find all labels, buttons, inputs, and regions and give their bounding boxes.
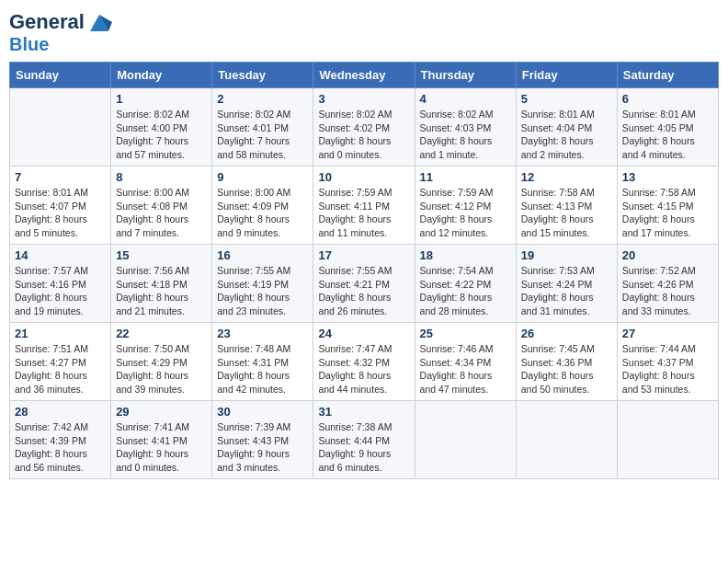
logo-text: General [9, 12, 85, 32]
header-cell-monday: Monday [111, 63, 212, 88]
calendar-table: SundayMondayTuesdayWednesdayThursdayFrid… [9, 62, 719, 479]
calendar-cell: 12Sunrise: 7:58 AMSunset: 4:13 PMDayligh… [516, 167, 617, 245]
day-number: 13 [622, 170, 713, 184]
day-number: 18 [420, 248, 511, 262]
calendar-cell [516, 401, 617, 479]
calendar-cell: 11Sunrise: 7:59 AMSunset: 4:12 PMDayligh… [415, 167, 516, 245]
day-number: 22 [116, 327, 207, 340]
calendar-cell: 25Sunrise: 7:46 AMSunset: 4:34 PMDayligh… [415, 323, 516, 401]
calendar-cell: 31Sunrise: 7:38 AMSunset: 4:44 PMDayligh… [313, 401, 415, 479]
day-info: Sunrise: 7:56 AMSunset: 4:18 PMDaylight:… [116, 264, 207, 318]
day-info: Sunrise: 7:38 AMSunset: 4:44 PMDaylight:… [318, 420, 409, 475]
day-number: 5 [521, 92, 612, 106]
calendar-cell: 22Sunrise: 7:50 AMSunset: 4:29 PMDayligh… [111, 323, 212, 401]
day-number: 26 [521, 327, 612, 340]
day-number: 15 [116, 248, 207, 262]
day-info: Sunrise: 7:55 AMSunset: 4:19 PMDaylight:… [217, 264, 308, 318]
logo-blue-text: Blue [9, 34, 49, 54]
calendar-cell: 4Sunrise: 8:02 AMSunset: 4:03 PMDaylight… [415, 88, 516, 167]
header-cell-friday: Friday [516, 63, 617, 88]
day-info: Sunrise: 8:01 AMSunset: 4:05 PMDaylight:… [622, 108, 713, 162]
day-info: Sunrise: 7:47 AMSunset: 4:32 PMDaylight:… [318, 342, 409, 396]
calendar-cell: 18Sunrise: 7:54 AMSunset: 4:22 PMDayligh… [415, 245, 516, 323]
header-cell-saturday: Saturday [617, 63, 718, 88]
day-number: 30 [217, 405, 308, 419]
calendar-cell: 8Sunrise: 8:00 AMSunset: 4:08 PMDaylight… [111, 167, 212, 245]
calendar-cell: 2Sunrise: 8:02 AMSunset: 4:01 PMDaylight… [212, 88, 313, 167]
day-info: Sunrise: 8:01 AMSunset: 4:04 PMDaylight:… [521, 108, 612, 162]
day-number: 6 [622, 92, 713, 106]
day-number: 23 [217, 327, 308, 340]
day-info: Sunrise: 8:02 AMSunset: 4:01 PMDaylight:… [217, 108, 308, 162]
day-number: 24 [318, 327, 409, 340]
day-info: Sunrise: 7:39 AMSunset: 4:43 PMDaylight:… [217, 420, 308, 475]
calendar-cell: 29Sunrise: 7:41 AMSunset: 4:41 PMDayligh… [111, 401, 212, 479]
day-number: 11 [420, 170, 511, 184]
day-info: Sunrise: 7:59 AMSunset: 4:12 PMDaylight:… [420, 186, 511, 240]
header-cell-thursday: Thursday [415, 63, 516, 88]
day-number: 8 [116, 170, 207, 184]
day-info: Sunrise: 8:00 AMSunset: 4:09 PMDaylight:… [217, 186, 308, 240]
calendar-cell: 30Sunrise: 7:39 AMSunset: 4:43 PMDayligh… [212, 401, 313, 479]
calendar-cell: 23Sunrise: 7:48 AMSunset: 4:31 PMDayligh… [212, 323, 313, 401]
day-info: Sunrise: 7:52 AMSunset: 4:26 PMDaylight:… [622, 264, 713, 318]
day-info: Sunrise: 7:55 AMSunset: 4:21 PMDaylight:… [318, 264, 409, 318]
day-number: 1 [116, 92, 207, 106]
calendar-cell: 3Sunrise: 8:02 AMSunset: 4:02 PMDaylight… [313, 88, 415, 167]
day-info: Sunrise: 7:42 AMSunset: 4:39 PMDaylight:… [15, 420, 106, 475]
calendar-cell: 19Sunrise: 7:53 AMSunset: 4:24 PMDayligh… [516, 245, 617, 323]
day-info: Sunrise: 7:44 AMSunset: 4:37 PMDaylight:… [622, 342, 713, 396]
header-row: SundayMondayTuesdayWednesdayThursdayFrid… [10, 63, 719, 88]
day-number: 29 [116, 405, 207, 419]
day-info: Sunrise: 8:02 AMSunset: 4:00 PMDaylight:… [116, 108, 207, 162]
day-number: 14 [15, 248, 106, 262]
calendar-cell: 13Sunrise: 7:58 AMSunset: 4:15 PMDayligh… [617, 167, 718, 245]
logo: General Blue [9, 9, 112, 54]
calendar-cell: 1Sunrise: 8:02 AMSunset: 4:00 PMDaylight… [111, 88, 212, 167]
calendar-cell: 28Sunrise: 7:42 AMSunset: 4:39 PMDayligh… [10, 401, 111, 479]
day-number: 25 [420, 327, 511, 340]
day-info: Sunrise: 7:51 AMSunset: 4:27 PMDaylight:… [15, 342, 106, 396]
day-info: Sunrise: 7:53 AMSunset: 4:24 PMDaylight:… [521, 264, 612, 318]
calendar-cell [617, 401, 718, 479]
calendar-cell: 5Sunrise: 8:01 AMSunset: 4:04 PMDaylight… [516, 88, 617, 167]
calendar-cell: 7Sunrise: 8:01 AMSunset: 4:07 PMDaylight… [10, 167, 111, 245]
day-number: 28 [15, 405, 106, 419]
calendar-cell: 6Sunrise: 8:01 AMSunset: 4:05 PMDaylight… [617, 88, 718, 167]
day-number: 20 [622, 248, 713, 262]
day-number: 19 [521, 248, 612, 262]
day-number: 2 [217, 92, 308, 106]
calendar-cell: 10Sunrise: 7:59 AMSunset: 4:11 PMDayligh… [313, 167, 415, 245]
page-header: General Blue [9, 9, 719, 54]
calendar-cell: 20Sunrise: 7:52 AMSunset: 4:26 PMDayligh… [617, 245, 718, 323]
day-number: 12 [521, 170, 612, 184]
calendar-week-row: 21Sunrise: 7:51 AMSunset: 4:27 PMDayligh… [10, 323, 719, 401]
calendar-cell [10, 88, 111, 167]
day-number: 31 [318, 405, 409, 419]
day-number: 17 [318, 248, 409, 262]
day-info: Sunrise: 7:50 AMSunset: 4:29 PMDaylight:… [116, 342, 207, 396]
calendar-week-row: 7Sunrise: 8:01 AMSunset: 4:07 PMDaylight… [10, 167, 719, 245]
day-number: 3 [318, 92, 409, 106]
calendar-cell: 16Sunrise: 7:55 AMSunset: 4:19 PMDayligh… [212, 245, 313, 323]
day-number: 27 [622, 327, 713, 340]
day-number: 21 [15, 327, 106, 340]
day-info: Sunrise: 7:48 AMSunset: 4:31 PMDaylight:… [217, 342, 308, 396]
day-info: Sunrise: 7:59 AMSunset: 4:11 PMDaylight:… [318, 186, 409, 240]
day-info: Sunrise: 7:45 AMSunset: 4:36 PMDaylight:… [521, 342, 612, 396]
header-cell-tuesday: Tuesday [212, 63, 313, 88]
day-info: Sunrise: 8:01 AMSunset: 4:07 PMDaylight:… [15, 186, 106, 240]
day-info: Sunrise: 8:02 AMSunset: 4:02 PMDaylight:… [318, 108, 409, 162]
day-info: Sunrise: 8:02 AMSunset: 4:03 PMDaylight:… [420, 108, 511, 162]
calendar-cell: 15Sunrise: 7:56 AMSunset: 4:18 PMDayligh… [111, 245, 212, 323]
header-cell-wednesday: Wednesday [313, 63, 415, 88]
calendar-cell [415, 401, 516, 479]
day-info: Sunrise: 7:46 AMSunset: 4:34 PMDaylight:… [420, 342, 511, 396]
day-number: 16 [217, 248, 308, 262]
calendar-week-row: 14Sunrise: 7:57 AMSunset: 4:16 PMDayligh… [10, 245, 719, 323]
day-number: 4 [420, 92, 511, 106]
day-info: Sunrise: 7:58 AMSunset: 4:13 PMDaylight:… [521, 186, 612, 240]
day-info: Sunrise: 7:41 AMSunset: 4:41 PMDaylight:… [116, 420, 207, 475]
calendar-cell: 27Sunrise: 7:44 AMSunset: 4:37 PMDayligh… [617, 323, 718, 401]
day-number: 9 [217, 170, 308, 184]
